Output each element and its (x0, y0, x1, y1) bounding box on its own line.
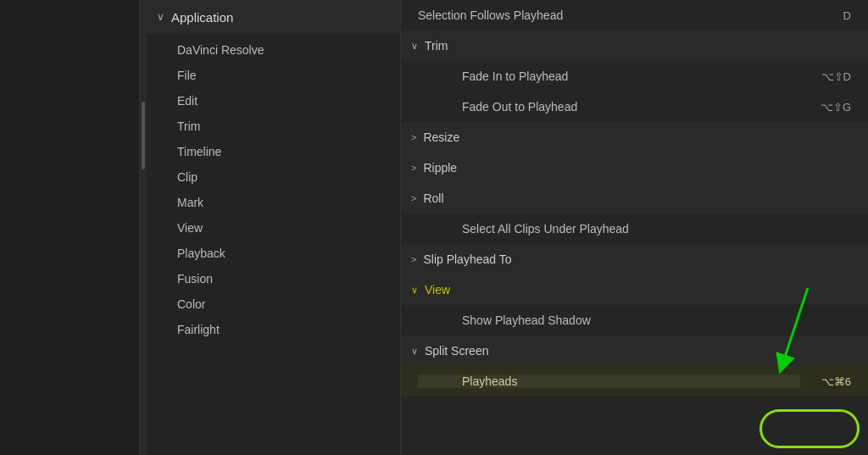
app-item-view[interactable]: View (147, 215, 400, 241)
show-playhead-shadow-row[interactable]: Show Playhead Shadow (401, 305, 868, 336)
scrollbar[interactable] (140, 0, 147, 455)
resize-section-label: Resize (423, 130, 459, 144)
split-screen-section-header[interactable]: ∨ Split Screen (401, 336, 868, 366)
ripple-chevron-icon: > (411, 163, 416, 173)
view-chevron-icon: ∨ (411, 285, 418, 296)
app-item-playback[interactable]: Playback (147, 241, 400, 266)
left-sidebar (0, 0, 140, 455)
select-all-clips-label: Select All Clips Under Playhead (418, 222, 800, 236)
ripple-section-header[interactable]: > Ripple (401, 153, 868, 183)
slip-playhead-chevron-icon: > (411, 254, 416, 264)
fade-in-playhead-row[interactable]: Fade In to Playhead ⌥⇧D (401, 61, 868, 92)
app-column: ∨ Application DaVinci Resolve File Edit … (147, 0, 401, 455)
trim-chevron-icon: ∨ (411, 41, 418, 52)
app-item-fusion[interactable]: Fusion (147, 266, 400, 291)
fade-out-playhead-key: ⌥⇧G (800, 101, 851, 114)
fade-in-playhead-key: ⌥⇧D (800, 70, 851, 83)
select-all-clips-row[interactable]: Select All Clips Under Playhead (401, 214, 868, 244)
app-item-edit[interactable]: Edit (147, 88, 400, 114)
slip-playhead-section-label: Slip Playhead To (423, 252, 511, 266)
chevron-down-icon: ∨ (157, 11, 164, 23)
selection-follows-playhead-key: D (800, 9, 851, 22)
app-item-clip[interactable]: Clip (147, 164, 400, 190)
slip-playhead-section-header[interactable]: > Slip Playhead To (401, 244, 868, 275)
app-header[interactable]: ∨ Application (147, 0, 400, 34)
fade-out-playhead-row[interactable]: Fade Out to Playhead ⌥⇧G (401, 92, 868, 122)
view-section-header[interactable]: ∨ View (401, 275, 868, 305)
roll-section-header[interactable]: > Roll (401, 183, 868, 214)
selection-follows-playhead-row[interactable]: Selection Follows Playhead D (401, 0, 868, 31)
playheads-row[interactable]: Playheads ⌥⌘6 (401, 366, 868, 397)
app-item-trim[interactable]: Trim (147, 114, 400, 139)
roll-section-label: Roll (423, 191, 443, 205)
app-item-fairlight[interactable]: Fairlight (147, 317, 400, 342)
app-item-timeline[interactable]: Timeline (147, 139, 400, 164)
selection-follows-playhead-label: Selection Follows Playhead (418, 8, 800, 22)
app-items-list: DaVinci Resolve File Edit Trim Timeline … (147, 34, 400, 346)
app-item-mark[interactable]: Mark (147, 190, 400, 215)
app-item-davinci[interactable]: DaVinci Resolve (147, 37, 400, 63)
shortcut-list: Selection Follows Playhead D ∨ Trim Fade… (401, 0, 868, 397)
resize-chevron-icon: > (411, 132, 416, 142)
roll-chevron-icon: > (411, 193, 416, 203)
app-title: Application (171, 10, 233, 25)
view-section-label: View (425, 283, 450, 297)
app-item-color[interactable]: Color (147, 291, 400, 317)
fade-in-playhead-label: Fade In to Playhead (418, 69, 800, 83)
fade-out-playhead-label: Fade Out to Playhead (418, 100, 800, 114)
app-item-file[interactable]: File (147, 63, 400, 88)
playheads-key: ⌥⌘6 (800, 375, 851, 388)
split-screen-chevron-icon: ∨ (411, 346, 418, 357)
trim-section-label: Trim (425, 39, 448, 53)
split-screen-section-label: Split Screen (425, 344, 488, 358)
playheads-label: Playheads (418, 375, 800, 388)
shortcut-highlight-circle (760, 409, 860, 448)
ripple-section-label: Ripple (423, 161, 457, 175)
scrollbar-thumb[interactable] (142, 102, 145, 169)
resize-section-header[interactable]: > Resize (401, 122, 868, 153)
show-playhead-shadow-label: Show Playhead Shadow (418, 314, 800, 327)
trim-section-header[interactable]: ∨ Trim (401, 31, 868, 61)
right-panel: Selection Follows Playhead D ∨ Trim Fade… (401, 0, 868, 455)
